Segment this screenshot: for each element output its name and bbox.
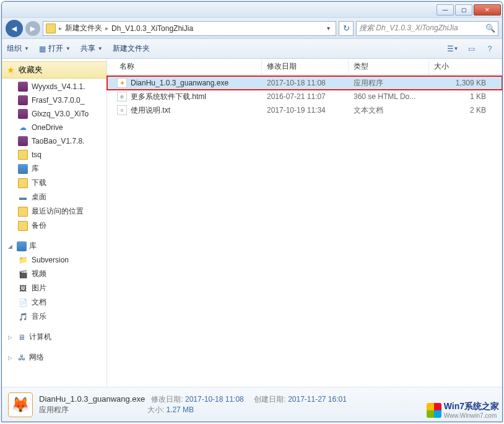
sidebar-item[interactable]: 🎬视频: [2, 267, 106, 281]
column-size[interactable]: 大小: [429, 59, 502, 74]
sidebar-item-label: Subversion: [32, 256, 69, 264]
file-size: 2 KB: [429, 106, 491, 115]
item-icon: [18, 136, 28, 146]
file-size: 1,309 KB: [429, 79, 491, 87]
item-icon: ▬: [18, 193, 28, 202]
item-icon: 📄: [18, 298, 28, 308]
maximize-button[interactable]: ▢: [455, 4, 472, 15]
sidebar-item-label: tsq: [32, 150, 41, 159]
sidebar-item[interactable]: Glxzq_V3.0_XiTo: [2, 107, 106, 121]
file-row[interactable]: ✦DianHu_1.0.3_guanwang.exe2017-10-18 11:…: [107, 76, 502, 90]
sidebar-item-label: 下载: [32, 178, 46, 188]
chevron-down-icon: ▼: [66, 46, 71, 51]
new-folder-button[interactable]: 新建文件夹: [113, 43, 150, 54]
column-date[interactable]: 修改日期: [262, 59, 349, 74]
sidebar-item[interactable]: 库: [2, 162, 106, 176]
share-menu[interactable]: 共享▼: [80, 43, 103, 54]
favorites-header[interactable]: ★ 收藏夹: [2, 61, 106, 79]
expand-icon: ▷: [8, 355, 14, 361]
sidebar-item[interactable]: 备份: [2, 218, 106, 233]
sidebar-item-label: 音乐: [32, 311, 46, 322]
preview-pane-button[interactable]: ▭: [464, 43, 479, 55]
sidebar-item-label: 最近访问的位置: [32, 206, 84, 217]
chevron-right-icon: ▸: [57, 25, 64, 32]
item-icon: 🎬: [18, 269, 28, 279]
sidebar-item[interactable]: 下载: [2, 176, 106, 190]
sidebar-item[interactable]: Frasf_V3.7.0.0_: [2, 93, 106, 107]
item-icon: [18, 178, 28, 188]
minimize-button[interactable]: —: [437, 4, 454, 15]
sidebar-item-label: 备份: [32, 220, 46, 231]
sidebar-item-label: Frasf_V3.7.0.0_: [32, 96, 84, 105]
file-name: DianHu_1.0.3_guanwang.exe: [131, 79, 228, 87]
sidebar-item-label: 桌面: [32, 192, 46, 202]
help-button[interactable]: ?: [482, 43, 497, 55]
sidebar-item[interactable]: 🎵音乐: [2, 309, 106, 324]
sidebar-item-label: 库: [32, 163, 39, 174]
column-headers: 名称 修改日期 类型 大小: [107, 59, 502, 75]
expand-icon: ▷: [8, 334, 14, 340]
refresh-button[interactable]: ↻: [339, 21, 354, 36]
file-type: 文本文档: [349, 105, 429, 116]
details-filetype: 应用程序: [39, 405, 69, 414]
sidebar-item-label: TaoBao_V1.7.8.: [32, 137, 84, 145]
column-name[interactable]: 名称: [107, 59, 262, 74]
forward-button[interactable]: ►: [25, 21, 40, 36]
file-size: 1 KB: [429, 92, 491, 101]
libraries-header[interactable]: ◢ 库: [2, 239, 106, 253]
item-icon: 🖼: [18, 283, 28, 293]
sidebar-item[interactable]: TaoBao_V1.7.8.: [2, 134, 106, 148]
breadcrumb-segment[interactable]: Dh_V1.0.3_XiTongZhiJia: [111, 24, 193, 33]
sidebar-item[interactable]: ☁OneDrive: [2, 121, 106, 134]
explorer-window: — ▢ ✕ ◄ ► ▸ 新建文件夹 ▸ Dh_V1.0.3_XiTongZhiJ…: [1, 1, 503, 422]
sidebar-item-label: OneDrive: [32, 123, 63, 132]
toolbar: 组织▼ ▦打开▼ 共享▼ 新建文件夹 ☰▼ ▭ ?: [2, 39, 502, 59]
view-options-button[interactable]: ☰▼: [445, 43, 460, 55]
column-type[interactable]: 类型: [349, 59, 429, 74]
sidebar-item[interactable]: 📄文档: [2, 295, 106, 309]
open-menu[interactable]: ▦打开▼: [39, 43, 71, 54]
file-icon: e: [117, 92, 127, 102]
sidebar-item[interactable]: 📁Subversion: [2, 253, 106, 267]
sidebar-item[interactable]: 🖼图片: [2, 281, 106, 295]
sidebar-item-label: 视频: [32, 269, 46, 279]
sidebar-item-label: Glxzq_V3.0_XiTo: [32, 110, 89, 118]
network-icon: 🖧: [17, 353, 27, 363]
chevron-right-icon: ▸: [103, 25, 110, 32]
file-date: 2017-10-18 11:08: [262, 79, 349, 87]
breadcrumb-segment[interactable]: 新建文件夹: [65, 23, 102, 33]
titlebar: — ▢ ✕: [2, 2, 502, 18]
file-name: 更多系统软件下载.html: [131, 92, 206, 102]
file-type: 应用程序: [349, 78, 429, 89]
file-type: 360 se HTML Do...: [349, 92, 429, 101]
item-icon: [18, 109, 28, 119]
sidebar-item-label: 文档: [32, 297, 46, 308]
file-list[interactable]: ✦DianHu_1.0.3_guanwang.exe2017-10-18 11:…: [107, 75, 502, 387]
search-input[interactable]: 搜索 Dh_V1.0.3_XiTongZhiJia 🔍: [356, 21, 498, 36]
item-icon: [18, 207, 28, 217]
computer-header[interactable]: ▷ 🖥 计算机: [2, 330, 106, 344]
navigation-sidebar[interactable]: ★ 收藏夹 Wyyxds_V4.1.1.Frasf_V3.7.0.0_Glxzq…: [2, 59, 107, 387]
windows-logo-icon: [427, 403, 441, 418]
breadcrumb-dropdown-icon[interactable]: ▾: [323, 25, 333, 32]
sidebar-item[interactable]: Wyyxds_V4.1.1.: [2, 80, 106, 93]
file-row[interactable]: e更多系统软件下载.html2016-07-21 11:07360 se HTM…: [107, 90, 502, 103]
sidebar-item[interactable]: 最近访问的位置: [2, 204, 106, 218]
file-row[interactable]: ≡使用说明.txt2017-10-19 11:34文本文档2 KB: [107, 103, 502, 117]
content-area: ★ 收藏夹 Wyyxds_V4.1.1.Frasf_V3.7.0.0_Glxzq…: [2, 59, 502, 387]
file-list-pane: 名称 修改日期 类型 大小 ✦DianHu_1.0.3_guanwang.exe…: [107, 59, 502, 387]
close-button[interactable]: ✕: [474, 4, 501, 15]
sidebar-item[interactable]: tsq: [2, 148, 106, 162]
network-header[interactable]: ▷ 🖧 网络: [2, 350, 106, 365]
organize-menu[interactable]: 组织▼: [7, 43, 29, 54]
item-icon: 📁: [18, 255, 28, 265]
sidebar-item[interactable]: ▬桌面: [2, 190, 106, 204]
breadcrumb[interactable]: ▸ 新建文件夹 ▸ Dh_V1.0.3_XiTongZhiJia ▾: [43, 21, 336, 36]
item-icon: 🎵: [18, 312, 28, 322]
expand-icon: ◢: [8, 243, 14, 249]
file-date: 2016-07-21 11:07: [262, 92, 349, 101]
file-icon: ≡: [117, 105, 127, 115]
back-button[interactable]: ◄: [6, 20, 23, 37]
item-icon: ☁: [18, 123, 28, 132]
item-icon: [18, 82, 28, 92]
